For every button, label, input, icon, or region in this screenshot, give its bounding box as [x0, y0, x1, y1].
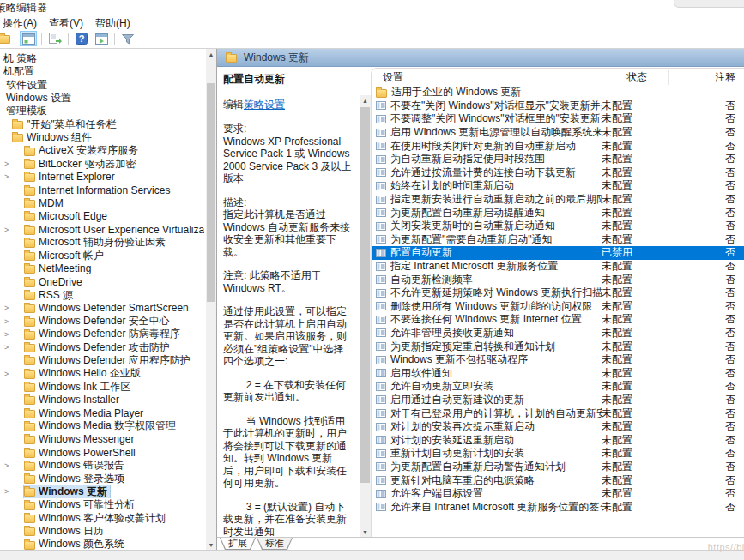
tree-item-content[interactable]: Windows 错误报告: [24, 459, 124, 472]
tree-item[interactable]: 软件设置: [0, 79, 204, 92]
list-row[interactable]: 配置自动更新已禁用否: [372, 246, 744, 260]
setting-cell[interactable]: 启用软件通知: [372, 366, 602, 381]
tree-item-content[interactable]: Microsoft Edge: [24, 210, 107, 222]
setting-cell[interactable]: 为自动重新启动指定使用时段范围: [372, 152, 602, 166]
tree-item-content[interactable]: Windows Media 数字权限管理: [24, 419, 176, 432]
tree-item[interactable]: Windows 登录选项: [0, 473, 204, 485]
list-row[interactable]: 允许来自 Intranet Microsoft 更新服务位置的签名更新未配置否: [372, 500, 744, 514]
tree-item-content[interactable]: OneDrive: [24, 276, 82, 288]
list-row[interactable]: 始终在计划的时间重新启动未配置否: [372, 179, 744, 193]
chevron-right-icon[interactable]: >: [2, 487, 24, 496]
tree-item-content[interactable]: Windows 颜色系统: [24, 538, 124, 550]
setting-cell[interactable]: 自动更新检测频率: [372, 273, 602, 287]
tree-item-content[interactable]: Windows Installer: [24, 394, 119, 406]
tree-item[interactable]: >Windows Defender 攻击防护: [0, 341, 204, 354]
setting-cell[interactable]: 允许客户端目标设置: [372, 486, 602, 501]
list-row[interactable]: 启用软件通知未配置否: [372, 366, 744, 380]
export-list-button[interactable]: [46, 31, 64, 46]
chevron-right-icon[interactable]: >: [2, 461, 24, 470]
tree-item[interactable]: 机 策略: [0, 52, 204, 65]
tree-item[interactable]: RSS 源: [0, 288, 204, 301]
tree-item[interactable]: >Windows 更新: [0, 485, 204, 498]
tree-item[interactable]: >Windows Defender 安全中心: [0, 315, 204, 328]
setting-cell[interactable]: 启用通过自动更新建议的更新: [372, 393, 602, 407]
scrollbar-track[interactable]: ▲ ▼: [360, 95, 371, 537]
tree-item-content[interactable]: Internet Information Services: [24, 184, 170, 196]
tree-item[interactable]: Windows 设置: [0, 92, 204, 105]
tree-item-content[interactable]: Windows 组件: [12, 131, 92, 144]
list-row[interactable]: 指定 Intranet Microsoft 更新服务位置未配置否: [372, 260, 744, 274]
tree-item-content[interactable]: Windows PowerShell: [24, 447, 136, 459]
tree-item[interactable]: >Windows 错误报告: [0, 459, 204, 472]
tree-item[interactable]: 管理模板: [0, 105, 204, 117]
setting-cell[interactable]: 不要在"关闭 Windows"对话框显示"安装更新并关机": [372, 99, 602, 113]
tree-item[interactable]: >BitLocker 驱动器加密: [0, 157, 204, 170]
list-row[interactable]: 为更新指定预定重启转换和通知计划未配置否: [372, 340, 744, 353]
tree-item-content[interactable]: Windows 登录选项: [24, 473, 124, 485]
tree-item-content[interactable]: Windows 客户体验改善计划: [24, 511, 166, 524]
scroll-down-icon[interactable]: ▼: [206, 539, 216, 550]
setting-cell[interactable]: 重新计划自动更新计划的安装: [372, 446, 602, 461]
tree-item-content[interactable]: Internet Explorer: [24, 171, 115, 183]
filter-button[interactable]: [119, 31, 136, 46]
tree-item-content[interactable]: Windows Ink 工作区: [24, 380, 130, 393]
tree-item-content[interactable]: Windows Messenger: [24, 433, 134, 445]
chevron-right-icon[interactable]: >: [2, 317, 24, 326]
menu-item[interactable]: 帮助(H): [95, 16, 137, 31]
tree-item[interactable]: >Windows Hello 企业版: [0, 367, 204, 380]
tree-item[interactable]: Windows Defender 应用程序防护: [0, 354, 204, 367]
tree-item[interactable]: ActiveX 安装程序服务: [0, 144, 204, 157]
scroll-up-icon[interactable]: ▲: [360, 95, 371, 105]
setting-cell[interactable]: 启用 Windows 更新电源管理以自动唤醒系统来安装计划的: [372, 125, 602, 140]
chevron-right-icon[interactable]: >: [2, 226, 24, 234]
tree-item-content[interactable]: RSS 源: [24, 288, 73, 301]
tree-item-content[interactable]: Windows Media Player: [24, 407, 143, 419]
list-row[interactable]: 为更新配置自动重新启动提醒通知未配置否: [372, 206, 744, 220]
scrollbar-thumb[interactable]: [360, 107, 370, 483]
list-row[interactable]: 自动更新检测频率未配置否: [372, 273, 744, 286]
edit-policy-link[interactable]: 策略设置: [244, 99, 285, 111]
tree-item-content[interactable]: 软件设置: [3, 79, 47, 92]
tree-scrollbar[interactable]: ▲ ▼: [206, 49, 216, 550]
root-folder-button[interactable]: [0, 31, 17, 46]
setting-cell[interactable]: 为更新配置"需要自动重新启动"通知: [372, 232, 602, 247]
setting-cell[interactable]: 对于有已登录用户的计算机，计划的自动更新安装不执行重: [372, 406, 602, 421]
setting-cell[interactable]: 为更新指定预定重启转换和通知计划: [372, 340, 602, 354]
column-header-setting[interactable]: 设置: [372, 70, 602, 85]
list-row[interactable]: 不要连接任何 Windows 更新 Internet 位置未配置否: [372, 313, 744, 327]
tree-item[interactable]: Windows Ink 工作区: [0, 380, 204, 393]
setting-cell[interactable]: 关闭安装更新时的自动重新启动通知: [372, 219, 602, 233]
list-row[interactable]: 为自动重新启动指定使用时段范围未配置否: [372, 153, 744, 166]
tree-item[interactable]: Windows Messenger: [0, 433, 204, 446]
tree-item-content[interactable]: Windows Hello 企业版: [24, 367, 141, 380]
tree-item-content[interactable]: 管理模板: [3, 105, 47, 117]
tree-item[interactable]: Windows 颜色系统: [0, 538, 204, 550]
tree-item[interactable]: Internet Information Services: [0, 184, 204, 196]
tree-item-content[interactable]: Windows Defender 应用程序防护: [24, 354, 191, 367]
list-row[interactable]: 不要在"关闭 Windows"对话框显示"安装更新并关机"未配置否: [372, 99, 744, 113]
list-row[interactable]: 允许通过按流量计费的连接自动下载更新未配置否: [372, 166, 744, 180]
list-row[interactable]: 允许客户端目标设置未配置否: [372, 487, 744, 501]
tree-item-content[interactable]: Windows Defender 攻击防护: [24, 341, 170, 354]
list-row[interactable]: 重新计划自动更新计划的安装未配置否: [372, 447, 744, 461]
tree-item[interactable]: MDM: [0, 196, 204, 209]
tree-item[interactable]: Windows Installer: [0, 394, 204, 406]
tree-item[interactable]: >Windows Defender 防病毒程序: [0, 328, 204, 340]
list-row[interactable]: 为更新配置自动重新启动警告通知计划未配置否: [372, 461, 744, 474]
tree-item-content[interactable]: "开始"菜单和任务栏: [12, 117, 117, 130]
tree-item[interactable]: Windows 日历: [0, 525, 204, 538]
setting-cell[interactable]: 不要调整"关闭 Windows"对话框里的"安装更新并关机"的默: [372, 111, 602, 126]
menu-item[interactable]: 查看(V): [49, 16, 90, 31]
setting-cell[interactable]: 配置自动更新: [372, 245, 602, 260]
list-row[interactable]: 允许非管理员接收更新通知未配置否: [372, 327, 744, 340]
tree-item-content[interactable]: MDM: [24, 197, 64, 209]
list-row[interactable]: 关闭安装更新时的自动重新启动通知未配置否: [372, 220, 744, 233]
console-window-button[interactable]: [20, 31, 37, 46]
tree-item[interactable]: Windows Media 数字权限管理: [0, 419, 204, 432]
setting-cell[interactable]: 在使用时段关闭针对更新的自动重新启动: [372, 139, 602, 154]
chevron-right-icon[interactable]: >: [2, 160, 24, 168]
tree-item-content[interactable]: Windows 设置: [3, 92, 71, 105]
list-row[interactable]: 对计划的安装延迟重新启动未配置否: [372, 433, 744, 447]
tree-item[interactable]: >Internet Explorer: [0, 171, 204, 184]
setting-cell[interactable]: 指定更新安装进行自动重新启动之前的最后期限: [372, 192, 602, 207]
